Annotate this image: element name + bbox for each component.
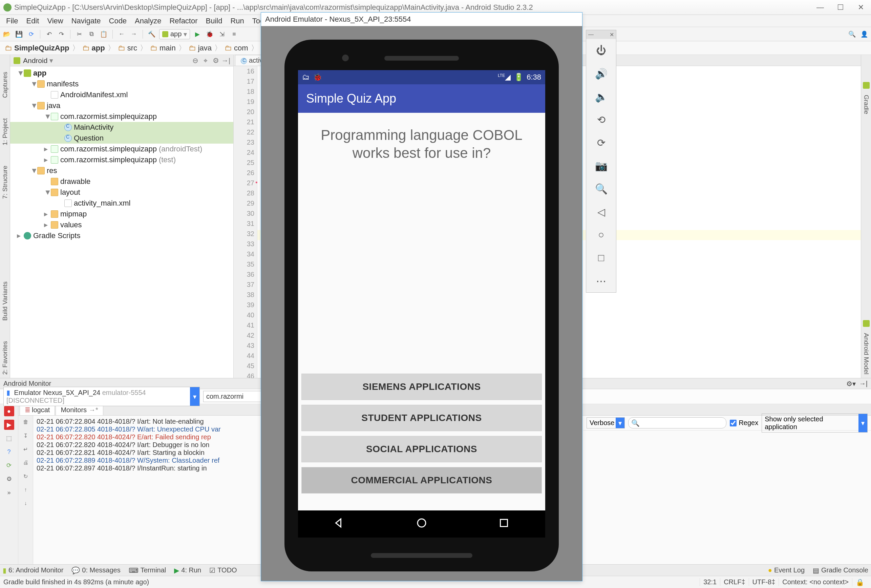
tree-app[interactable]: ▼app <box>10 68 233 79</box>
more-icon[interactable]: » <box>4 488 14 498</box>
restart-log-icon[interactable]: ↻ <box>21 472 30 480</box>
collapse-icon[interactable]: ⊖ <box>192 57 199 65</box>
tree-mipmap[interactable]: ▸mipmap <box>10 209 233 220</box>
tree-drawable[interactable]: drawable <box>10 176 233 187</box>
status-lock-icon[interactable]: 🔒 <box>852 578 868 586</box>
tab-terminal[interactable]: ⌨Terminal <box>129 566 166 575</box>
answer-button-4[interactable]: COMMERCIAL APPLICATIONS <box>301 467 542 494</box>
layout-inspector-icon[interactable]: ⬚ <box>4 433 14 443</box>
tree-manifest-file[interactable]: AndroidManifest.xml <box>10 90 233 100</box>
tree-layout[interactable]: ▼layout <box>10 187 233 198</box>
gear-icon[interactable]: ⚙ <box>212 57 220 65</box>
device-dropdown[interactable]: ▮ Emulator Nexus_5X_API_24 emulator-5554… <box>3 387 200 406</box>
debug-icon[interactable]: 🐞 <box>205 30 214 39</box>
nav-recent-icon[interactable] <box>498 517 510 531</box>
tab-android-monitor[interactable]: ▮6: Android Monitor <box>3 566 63 575</box>
status-eol[interactable]: CRLF‡ <box>720 578 748 586</box>
emu-zoom-icon[interactable]: 🔍 <box>591 178 611 199</box>
user-icon[interactable]: 👤 <box>859 30 869 39</box>
emu-rotate-left-icon[interactable]: ⟲ <box>591 109 611 130</box>
answer-button-3[interactable]: SOCIAL APPLICATIONS <box>301 436 542 462</box>
restart-icon[interactable]: ⟳ <box>4 460 14 470</box>
tree-pkg-androidtest[interactable]: ▸com.razormist.simplequizapp(androidTest… <box>10 144 233 154</box>
emulator-close-icon[interactable]: ✕ <box>609 31 614 38</box>
tab-gradle-console[interactable]: ▤Gradle Console <box>813 566 868 575</box>
help-icon[interactable]: ? <box>4 447 14 457</box>
emu-volume-up-icon[interactable]: 🔊 <box>591 63 611 84</box>
tree-pkg[interactable]: ▼com.razormist.simplequizapp <box>10 111 233 122</box>
run-config-dropdown[interactable]: app ▾ <box>159 29 190 39</box>
screenshot-icon[interactable]: ▶ <box>4 420 14 430</box>
crumb-java[interactable]: java <box>198 44 212 52</box>
emu-volume-down-icon[interactable]: 🔈 <box>591 86 611 107</box>
menu-refactor[interactable]: Refactor <box>165 16 202 25</box>
print-icon[interactable]: 🖨 <box>21 458 30 467</box>
down-icon[interactable]: ↓ <box>21 499 30 508</box>
soft-wrap-icon[interactable]: ↵ <box>21 445 30 453</box>
emu-back-icon[interactable]: ◁ <box>591 202 611 222</box>
menu-build[interactable]: Build <box>202 16 226 25</box>
answer-button-1[interactable]: SIEMENS APPLICATIONS <box>301 374 542 400</box>
cut-icon[interactable]: ✂ <box>75 30 84 39</box>
tab-favorites[interactable]: 2: Favorites <box>1 338 9 378</box>
tree-pkg-test[interactable]: ▸com.razormist.simplequizapp(test) <box>10 154 233 165</box>
make-icon[interactable]: 🔨 <box>147 30 156 39</box>
search-icon[interactable]: 🔍 <box>847 30 857 39</box>
menu-navigate[interactable]: Navigate <box>67 16 105 25</box>
clear-icon[interactable]: 🗑 <box>21 417 30 426</box>
copy-icon[interactable]: ⧉ <box>87 30 96 39</box>
tree-values[interactable]: ▸values <box>10 220 233 230</box>
level-dropdown[interactable]: Verbose <box>587 417 625 428</box>
tab-run[interactable]: ▶4: Run <box>174 566 201 575</box>
close-button[interactable]: ✕ <box>854 3 868 12</box>
tree-gradle-scripts[interactable]: ▸Gradle Scripts <box>10 230 233 241</box>
monitor-gear-icon[interactable]: ⚙▾ <box>846 380 856 388</box>
attach-icon[interactable]: ⇲ <box>217 30 226 39</box>
tab-structure[interactable]: 7: Structure <box>1 162 9 202</box>
emulator-window[interactable]: Android Emulator - Nexus_5X_API_23:5554 … <box>261 12 582 581</box>
crumb-app[interactable]: app <box>92 44 105 52</box>
sync-icon[interactable]: ⟳ <box>26 30 36 39</box>
hide-icon[interactable]: →| <box>222 57 230 65</box>
logcat-search[interactable] <box>628 417 726 428</box>
up-icon[interactable]: ↑ <box>21 485 30 494</box>
crumb-com[interactable]: com <box>234 44 248 52</box>
record-icon[interactable]: ● <box>4 406 14 416</box>
device-screen[interactable]: 🗂 🐞 LTE◢ 🔋 6:38 Simple Quiz App Programm… <box>298 70 545 537</box>
status-context[interactable]: Context: <no context> <box>778 578 852 586</box>
forward-icon[interactable]: → <box>129 30 139 39</box>
emulator-minimize-icon[interactable]: — <box>588 31 594 37</box>
regex-checkbox[interactable]: Regex <box>730 419 758 427</box>
tab-gradle[interactable]: Gradle <box>862 91 871 118</box>
emu-power-icon[interactable]: ⏻ <box>591 40 611 61</box>
crumb-main[interactable]: main <box>160 44 176 52</box>
target-icon[interactable]: ⌖ <box>202 57 210 65</box>
save-icon[interactable]: 💾 <box>14 30 24 39</box>
menu-view[interactable]: View <box>43 16 67 25</box>
minimize-button[interactable]: — <box>813 3 827 12</box>
crumb-src[interactable]: src <box>127 44 137 52</box>
nav-back-icon[interactable] <box>333 517 346 531</box>
menu-run[interactable]: Run <box>226 16 248 25</box>
back-icon[interactable]: ← <box>117 30 126 39</box>
emu-recents-icon[interactable]: □ <box>591 248 611 268</box>
tab-todo[interactable]: ☑TODO <box>209 566 237 575</box>
stop-icon[interactable]: ■ <box>229 30 239 39</box>
crumb-project[interactable]: SimpleQuizApp <box>14 44 69 52</box>
menu-file[interactable]: File <box>2 16 22 25</box>
tab-project[interactable]: 1: Project <box>1 115 9 149</box>
tab-build-variants[interactable]: Build Variants <box>1 278 9 324</box>
tree-manifests[interactable]: ▼manifests <box>10 79 233 90</box>
tree-activity-main[interactable]: activity_main.xml <box>10 198 233 209</box>
redo-icon[interactable]: ↷ <box>57 30 66 39</box>
scroll-end-icon[interactable]: ↧ <box>21 431 30 440</box>
emu-camera-icon[interactable]: 📷 <box>591 156 611 176</box>
open-icon[interactable]: 📂 <box>2 30 12 39</box>
emu-home-icon[interactable]: ○ <box>591 224 611 245</box>
answer-button-2[interactable]: STUDENT APPLICATIONS <box>301 405 542 431</box>
tree-mainactivity[interactable]: MainActivity <box>10 122 233 133</box>
tab-android-model[interactable]: Android Model <box>862 329 871 378</box>
tab-messages[interactable]: 💬0: Messages <box>72 566 120 575</box>
monitor-hide-icon[interactable]: →| <box>859 380 868 388</box>
menu-edit[interactable]: Edit <box>22 16 43 25</box>
